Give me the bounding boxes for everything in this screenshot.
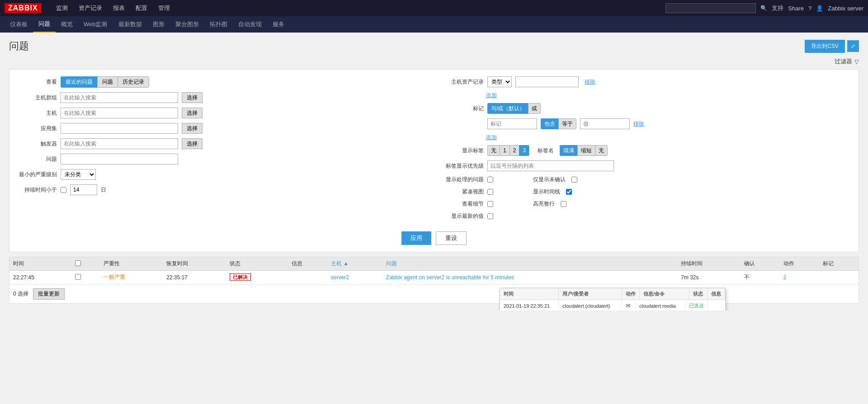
- row-recovery: 22:35:17: [163, 271, 226, 284]
- duration-input[interactable]: [70, 184, 97, 195]
- tag-priority-input[interactable]: [487, 160, 614, 171]
- show-latest-value-checkbox[interactable]: [487, 213, 493, 219]
- show-tags-3[interactable]: 3: [519, 145, 529, 156]
- col-host[interactable]: 主机 ▲: [327, 257, 382, 271]
- show-tags-1[interactable]: 1: [500, 145, 509, 156]
- nav-admin[interactable]: 管理: [153, 0, 175, 16]
- row-problem[interactable]: Zabbix agent on server2 is unreachable f…: [382, 271, 677, 284]
- host-select-button[interactable]: 选择: [182, 108, 203, 118]
- inventory-remove-link[interactable]: 移除: [585, 78, 595, 86]
- filter-host-row: 主机 选择: [16, 108, 425, 118]
- highlight-row-checkbox[interactable]: [561, 201, 566, 207]
- subnav-dashboard[interactable]: 仪表板: [5, 16, 33, 33]
- subnav-latest[interactable]: 最新数据: [113, 16, 147, 33]
- subnav-overview[interactable]: 概览: [56, 16, 78, 33]
- user-icon[interactable]: 👤: [816, 5, 823, 12]
- app-input[interactable]: [61, 123, 178, 134]
- select-all-checkbox[interactable]: [75, 260, 81, 266]
- problems-table: 时间 严重性 恢复时间 状态 信息 主机 ▲ 问题 持续时间 确认 动作 标记 …: [9, 257, 859, 284]
- row-severity: 一般严重: [100, 271, 163, 284]
- tag-display-none[interactable]: 无: [595, 145, 608, 156]
- header-actions: 导出到CSV ⤢: [805, 40, 859, 53]
- app-label: 应用集: [16, 125, 57, 132]
- row-host[interactable]: server2: [327, 271, 382, 284]
- col-problem[interactable]: 问题: [382, 257, 677, 271]
- expand-button[interactable]: ⤢: [847, 40, 859, 52]
- page-header: 问题 导出到CSV ⤢: [9, 39, 859, 53]
- trigger-select-button[interactable]: 选择: [182, 138, 203, 149]
- tag-name-input[interactable]: [487, 118, 537, 129]
- apply-button[interactable]: 应用: [401, 231, 431, 245]
- tag-equals-btn[interactable]: 等于: [558, 118, 576, 129]
- popup-col-msg: 信息: [708, 288, 725, 300]
- filter-hostgroup-row: 主机群组 选择: [16, 92, 425, 103]
- only-unconfirmed-checkbox[interactable]: [571, 177, 577, 183]
- show-timeline-checkbox[interactable]: [566, 189, 572, 195]
- show-details-checkbox[interactable]: [487, 201, 493, 207]
- host-input[interactable]: [61, 108, 178, 118]
- tab-recent-problems[interactable]: 最近的问题: [61, 76, 97, 88]
- subnav-screens[interactable]: 聚合图形: [170, 16, 204, 33]
- support-link[interactable]: 支持: [772, 4, 783, 12]
- show-tags-label: 显示标签: [443, 147, 484, 155]
- show-tags-2[interactable]: 2: [509, 145, 519, 156]
- compact-view-checkbox[interactable]: [487, 189, 493, 195]
- subnav-problems[interactable]: 问题: [33, 16, 56, 33]
- compact-view-label: 紧凑视图: [443, 188, 484, 196]
- ack-link[interactable]: 不: [744, 274, 750, 280]
- filter-action-buttons: 应用 重设: [16, 231, 852, 245]
- nav-config[interactable]: 配置: [130, 0, 153, 16]
- app-select-button[interactable]: 选择: [182, 123, 203, 134]
- tag-add-link[interactable]: 添加: [486, 134, 852, 141]
- show-latest-value-label: 显示最新的值: [443, 212, 484, 220]
- show-handled-checkbox[interactable]: [487, 177, 493, 183]
- trigger-input[interactable]: [61, 138, 178, 149]
- popup-col-status: 状态: [689, 288, 708, 300]
- subnav-webmon[interactable]: Web监测: [78, 16, 113, 33]
- row-actions[interactable]: 2: [780, 271, 819, 284]
- col-time: 时间: [9, 257, 71, 271]
- nav-monitoring[interactable]: 监测: [51, 0, 73, 16]
- tag-mode-and-or[interactable]: 与/或（默认）: [487, 103, 528, 114]
- filter-icon[interactable]: ▽: [854, 58, 859, 65]
- tag-mode-or[interactable]: 或: [528, 103, 541, 114]
- row-tags: [819, 271, 859, 284]
- tab-history[interactable]: 历史记录: [118, 76, 149, 88]
- reset-button[interactable]: 重设: [436, 231, 467, 245]
- inventory-value-input[interactable]: [515, 76, 579, 87]
- share-link[interactable]: Share: [788, 5, 804, 12]
- row-select-checkbox[interactable]: [75, 274, 81, 280]
- subnav-topology[interactable]: 拓扑图: [204, 16, 233, 33]
- subnav-services[interactable]: 服务: [267, 16, 290, 33]
- show-tags-0[interactable]: 无: [487, 145, 500, 156]
- nav-reports[interactable]: 报表: [108, 0, 130, 16]
- tag-value-input[interactable]: [580, 118, 630, 129]
- global-search-input[interactable]: [665, 3, 756, 13]
- inventory-add-link[interactable]: 添加: [486, 92, 852, 99]
- hostgroup-input[interactable]: [61, 92, 178, 103]
- hostgroup-select-button[interactable]: 选择: [182, 92, 203, 103]
- subnav-discovery[interactable]: 自动发现: [233, 16, 267, 33]
- nav-assets[interactable]: 资产记录: [73, 0, 108, 16]
- tag-display-short[interactable]: 缩短: [577, 145, 595, 156]
- export-csv-button[interactable]: 导出到CSV: [805, 40, 845, 53]
- search-icon[interactable]: 🔍: [760, 5, 767, 11]
- subnav-graphs[interactable]: 图形: [147, 16, 170, 33]
- filter-severity-row: 最小的严重级别 未分类 信息 警告 一般严重 严重 灾难: [16, 169, 425, 180]
- severity-select[interactable]: 未分类 信息 警告 一般严重 严重 灾难: [61, 169, 96, 180]
- filter-tag-row: 标记 与/或（默认） 或: [443, 103, 852, 114]
- problem-input[interactable]: [61, 154, 178, 164]
- duration-label: 持续时间小于: [16, 186, 57, 194]
- tab-problems[interactable]: 问题: [97, 76, 118, 88]
- tag-contains-btn[interactable]: 包含: [541, 118, 558, 129]
- col-actions: 动作: [780, 257, 819, 271]
- tag-label: 标记: [443, 105, 484, 113]
- tag-display-full[interactable]: 填满: [560, 145, 577, 156]
- help-icon[interactable]: ?: [808, 5, 811, 12]
- tag-remove-link[interactable]: 移除: [633, 120, 644, 128]
- duration-checkbox[interactable]: [61, 187, 66, 193]
- popup-col-media: 信息/命令: [640, 288, 689, 300]
- status-badge: 已解决: [230, 273, 251, 281]
- bulk-update-button[interactable]: 批量更新: [33, 288, 65, 300]
- inventory-select[interactable]: 类型: [487, 76, 512, 87]
